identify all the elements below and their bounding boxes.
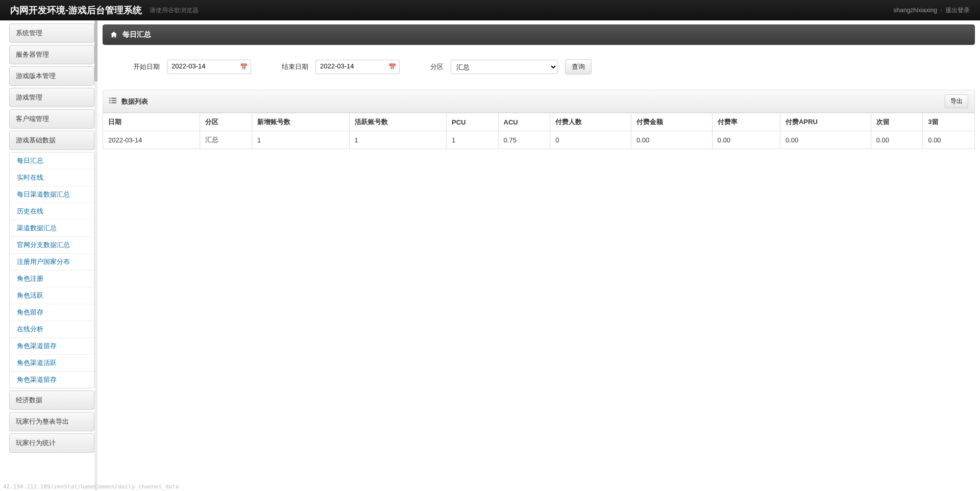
svg-rect-4 bbox=[109, 103, 111, 104]
table-column-header: 活跃账号数 bbox=[349, 113, 446, 131]
chevron-right-icon: › bbox=[940, 7, 942, 14]
sidebar-group-header[interactable]: 游戏管理 bbox=[9, 88, 94, 107]
sidebar-group-header[interactable]: 玩家行为整表导出 bbox=[9, 412, 94, 431]
table-cell: 0.00 bbox=[923, 131, 975, 149]
svg-rect-1 bbox=[111, 98, 116, 99]
sidebar-item[interactable]: 角色注册 bbox=[10, 271, 94, 287]
status-bar-url: 42.194.211.189/zenStat/GameCommon/daily_… bbox=[0, 482, 182, 491]
query-button[interactable]: 查询 bbox=[565, 59, 592, 75]
sidebar-item[interactable]: 实时在线 bbox=[10, 169, 94, 186]
table-row: 2022-03-14汇总1110.7500.000.000.000.000.00 bbox=[103, 131, 975, 149]
table-column-header: 新增账号数 bbox=[252, 113, 349, 131]
svg-rect-3 bbox=[111, 100, 116, 101]
zone-label: 分区 bbox=[430, 62, 444, 71]
sidebar-group-header[interactable]: 系统管理 bbox=[9, 23, 94, 43]
start-date-input[interactable]: 📅 bbox=[167, 60, 251, 74]
navbar-user[interactable]: shangzhixiaxing bbox=[894, 7, 937, 14]
filter-bar: 开始日期 📅 结束日期 📅 分区 汇总 查询 bbox=[103, 55, 975, 90]
navbar-brand: 内网开发环境-游戏后台管理系统 bbox=[10, 4, 142, 16]
table-cell: 0.00 bbox=[712, 131, 780, 149]
start-date-label: 开始日期 bbox=[133, 62, 160, 71]
end-date-field[interactable] bbox=[320, 62, 385, 70]
sidebar-group-header[interactable]: 游戏基础数据 bbox=[9, 131, 94, 150]
sidebar-item[interactable]: 历史在线 bbox=[10, 203, 94, 219]
navbar: 内网开发环境-游戏后台管理系统 请使用谷歌浏览器 shangzhixiaxing… bbox=[0, 0, 980, 20]
navbar-subtitle: 请使用谷歌浏览器 bbox=[150, 6, 199, 15]
table-column-header: 日期 bbox=[103, 113, 200, 131]
table-column-header: 次留 bbox=[871, 113, 923, 131]
sidebar-item[interactable]: 渠道数据汇总 bbox=[10, 220, 94, 236]
table-column-header: 付费率 bbox=[712, 113, 780, 131]
data-table: 日期分区新增账号数活跃账号数PCUACU付费人数付费金额付费率付费APRU次留3… bbox=[103, 113, 975, 149]
table-cell: 0.75 bbox=[498, 131, 550, 149]
main-content: 每日汇总 开始日期 📅 结束日期 📅 分区 汇总 bbox=[97, 20, 980, 491]
sidebar-item[interactable]: 角色渠道活跃 bbox=[10, 355, 94, 371]
list-header: 数据列表 导出 bbox=[103, 90, 975, 113]
sidebar-group-header[interactable]: 客户端管理 bbox=[9, 109, 94, 129]
table-column-header: ACU bbox=[498, 113, 550, 131]
sidebar-item[interactable]: 注册用户国家分布 bbox=[10, 254, 94, 270]
sidebar-item[interactable]: 每日渠道数据汇总 bbox=[10, 186, 94, 203]
sidebar-item[interactable]: 在线分析 bbox=[10, 321, 94, 337]
page-header: 每日汇总 bbox=[103, 24, 975, 45]
calendar-icon[interactable]: 📅 bbox=[388, 63, 396, 70]
sidebar-item[interactable]: 官网分支数据汇总 bbox=[10, 237, 94, 253]
table-column-header: PCU bbox=[446, 113, 498, 131]
start-date-field[interactable] bbox=[172, 62, 236, 70]
table-cell: 1 bbox=[252, 131, 349, 149]
sidebar-item[interactable]: 每日汇总 bbox=[10, 153, 94, 169]
svg-rect-5 bbox=[111, 103, 116, 104]
sidebar-item[interactable]: 角色渠道留存 bbox=[10, 372, 94, 388]
end-date-input[interactable]: 📅 bbox=[315, 60, 400, 74]
sidebar-group-header[interactable]: 游戏版本管理 bbox=[9, 66, 94, 86]
table-cell: 0.00 bbox=[780, 131, 871, 149]
table-column-header: 付费人数 bbox=[550, 113, 631, 131]
export-button[interactable]: 导出 bbox=[945, 94, 968, 108]
sidebar: 系统管理服务器管理游戏版本管理游戏管理客户端管理游戏基础数据每日汇总实时在线每日… bbox=[0, 20, 94, 458]
sidebar-group-header[interactable]: 玩家行为统计 bbox=[9, 433, 94, 453]
table-column-header: 分区 bbox=[200, 113, 252, 131]
page-title: 每日汇总 bbox=[122, 30, 151, 39]
calendar-icon[interactable]: 📅 bbox=[240, 63, 248, 70]
svg-rect-2 bbox=[109, 100, 111, 101]
sidebar-submenu: 每日汇总实时在线每日渠道数据汇总历史在线渠道数据汇总官网分支数据汇总注册用户国家… bbox=[9, 152, 94, 388]
end-date-label: 结束日期 bbox=[282, 62, 308, 71]
sidebar-item[interactable]: 角色活跃 bbox=[10, 287, 94, 304]
table-cell: 2022-03-14 bbox=[103, 131, 200, 149]
table-column-header: 付费金额 bbox=[631, 113, 712, 131]
table-cell: 汇总 bbox=[200, 131, 252, 149]
logout-link[interactable]: 退出登录 bbox=[945, 6, 970, 15]
sidebar-group-header[interactable]: 经济数据 bbox=[9, 390, 94, 410]
sidebar-item[interactable]: 角色留存 bbox=[10, 304, 94, 321]
table-cell: 0 bbox=[550, 131, 631, 149]
zone-select[interactable]: 汇总 bbox=[451, 60, 558, 74]
table-header-row: 日期分区新增账号数活跃账号数PCUACU付费人数付费金额付费率付费APRU次留3… bbox=[103, 113, 975, 131]
list-icon bbox=[109, 97, 116, 106]
table-cell: 0.00 bbox=[871, 131, 923, 149]
table-cell: 0.00 bbox=[631, 131, 712, 149]
table-cell: 1 bbox=[349, 131, 446, 149]
list-title: 数据列表 bbox=[121, 97, 940, 106]
table-cell: 1 bbox=[446, 131, 498, 149]
svg-rect-0 bbox=[109, 98, 111, 99]
table-column-header: 付费APRU bbox=[780, 113, 871, 131]
sidebar-group-header[interactable]: 服务器管理 bbox=[9, 45, 94, 64]
table-column-header: 3留 bbox=[923, 113, 975, 131]
sidebar-item[interactable]: 角色渠道留存 bbox=[10, 338, 94, 354]
home-icon bbox=[110, 31, 117, 38]
